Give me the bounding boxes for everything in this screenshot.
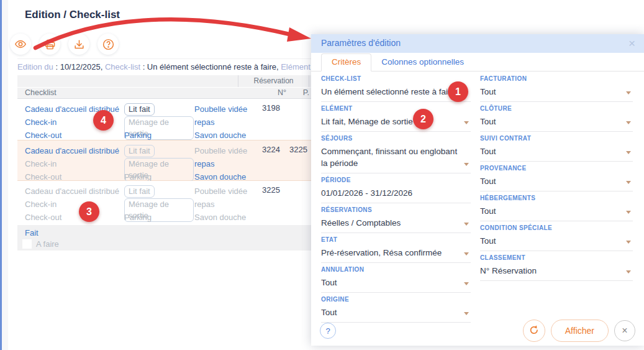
reservation-number: 3224 <box>246 145 280 154</box>
download-button[interactable] <box>68 34 89 55</box>
field-value-p-riode[interactable]: 01/01/2026 - 31/12/2026 <box>321 185 471 203</box>
column-header-p: P. <box>303 88 309 97</box>
checklist-item: repas <box>194 200 215 209</box>
field-label: SÉJOURS <box>321 135 471 142</box>
field-value-annulation[interactable]: Tout <box>321 275 471 293</box>
checklist-item: Lit fait <box>124 103 155 116</box>
checklist-item: Check-out <box>25 131 61 140</box>
reservation-number: 3225 <box>246 185 280 195</box>
reservation-number: 3198 <box>246 103 280 113</box>
chevron-down-icon <box>626 211 631 214</box>
chevron-down-icon <box>626 270 631 274</box>
checklist-item: Parking <box>124 131 152 140</box>
field-label: CHECK-LIST <box>321 75 471 83</box>
field-value-cl-ture[interactable]: Tout <box>480 114 633 132</box>
field-etat: ETATPré-réservation, Résa confirmée <box>321 236 471 263</box>
checklist-item: Lit fait <box>124 145 155 157</box>
field-value-h-bergements[interactable]: Tout <box>480 203 633 221</box>
field-value-etat[interactable]: Pré-réservation, Résa confirmée <box>321 245 471 263</box>
field-value-classement[interactable]: N° Réservation <box>480 263 633 281</box>
download-icon <box>73 39 85 50</box>
legend-todo-swatch <box>22 239 32 249</box>
field-value-r-servations[interactable]: Réelles / Comptables <box>321 215 471 233</box>
field-value-provenance[interactable]: Tout <box>480 173 633 191</box>
criteria-fields-right: FACTURATIONToutCLÔTUREToutSUIVI CONTRATT… <box>480 75 633 284</box>
checklist-item: Poubelle vidée <box>194 146 247 155</box>
tab-crit-res[interactable]: Critères <box>321 53 371 71</box>
help-icon <box>102 38 115 51</box>
chevron-down-icon <box>626 91 631 94</box>
field-value-text: Tout <box>480 147 496 156</box>
tab-colonnes-optionnelles[interactable]: Colonnes optionnelles <box>371 54 474 71</box>
field-label: PROVENANCE <box>480 165 633 172</box>
checklist-item: repas <box>194 159 215 168</box>
field-label: ELÉMENT <box>321 105 471 113</box>
field-label: CLÔTURE <box>480 105 633 113</box>
field-label: ANNULATION <box>321 266 471 274</box>
print-button[interactable] <box>39 34 60 55</box>
panel-header: Paramètres d'édition × <box>311 34 644 53</box>
reset-button[interactable] <box>523 320 545 342</box>
info-value-edition-du: : 10/12/2025, <box>55 62 105 71</box>
panel-header-close-icon[interactable]: × <box>628 35 635 52</box>
afficher-button[interactable]: Afficher <box>551 320 609 342</box>
field-value-text: Tout <box>321 278 337 287</box>
reset-icon <box>528 325 540 338</box>
field-value-condition-sp-ciale[interactable]: Tout <box>480 233 633 251</box>
info-label-edition-du: Edition du <box>17 62 55 71</box>
table-row[interactable]: Cadeau d'accueil distribuéCheck-inCheck-… <box>17 140 312 181</box>
checklist-item: Poubelle vidée <box>194 187 247 196</box>
checklist-item: repas <box>194 117 215 127</box>
legend-fait-label: Fait <box>25 228 39 237</box>
group-header-reservation: Réservation <box>238 75 309 87</box>
checklist-item: Check-out <box>25 172 61 182</box>
field-value-text: Commençant, finissant ou englobant la pé… <box>321 147 457 168</box>
checklist-item: Cadeau d'accueil distribué <box>25 187 119 196</box>
field-value-suivi-contrat[interactable]: Tout <box>480 144 633 162</box>
checklist-item: Parking <box>124 172 152 182</box>
field-label: FACTURATION <box>480 75 633 83</box>
column-header-checklist: Checklist <box>25 88 57 97</box>
panel-footer-close-button[interactable]: × <box>614 320 635 341</box>
table-row[interactable]: Cadeau d'accueil distribuéCheck-inCheck-… <box>17 181 312 222</box>
preview-button[interactable] <box>10 34 31 55</box>
field-label: CLASSEMENT <box>480 254 633 262</box>
panel-title: Paramètres d'édition <box>321 38 401 48</box>
eye-icon <box>14 38 27 50</box>
field-label: PÉRIODE <box>321 177 471 184</box>
field-provenance: PROVENANCETout <box>480 165 633 191</box>
field-facturation: FACTURATIONTout <box>480 75 633 102</box>
field-value-facturation[interactable]: Tout <box>480 84 633 102</box>
info-label-checklist: Check-list <box>105 62 143 71</box>
field-label: SUIVI CONTRAT <box>480 135 633 142</box>
legend-a-faire-label: A faire <box>36 239 59 249</box>
checklist-item: Poubelle vidée <box>194 104 247 114</box>
checklist-cell: Lit faitMénage de sortieParking <box>124 145 194 184</box>
reservation-number-p: 3225 <box>283 145 307 154</box>
table-header-row: Checklist N° P. <box>17 88 312 99</box>
checklist-item: Savon douche <box>194 213 246 222</box>
field-value-text: Un élément sélectionné reste à faire <box>321 87 455 96</box>
toolbar <box>10 34 119 55</box>
field-value-text: Tout <box>480 206 496 216</box>
field-s-jours: SÉJOURSCommençant, finissant ou engloban… <box>321 135 471 173</box>
annotation-circle-2: 2 <box>413 109 433 129</box>
chevron-down-icon <box>626 241 631 244</box>
checklist-item: Check-out <box>25 213 61 222</box>
close-icon: × <box>622 325 627 336</box>
field-value-el-ment[interactable]: Lit fait, Ménage de sortie <box>321 114 471 132</box>
table-row[interactable]: Cadeau d'accueil distribuéCheck-inCheck-… <box>17 99 312 140</box>
checklist-cell: Cadeau d'accueil distribuéCheck-inCheck-… <box>25 185 121 224</box>
field-el-ment: ELÉMENTLit fait, Ménage de sortie <box>321 105 471 132</box>
edit-parameters-panel: Paramètres d'édition × CritèresColonnes … <box>311 34 644 346</box>
field-value-s-jours[interactable]: Commençant, finissant ou englobant la pé… <box>321 144 471 173</box>
field-r-servations: RÉSERVATIONSRéelles / Comptables <box>321 206 471 233</box>
chevron-down-icon <box>464 163 469 166</box>
help-button[interactable] <box>98 34 119 55</box>
checklist-item: Lit fait <box>124 185 155 198</box>
field-cl-ture: CLÔTURETout <box>480 105 633 132</box>
checklist-cell: Lit faitMénage de sortieParking <box>124 185 194 224</box>
edition-info-line: Edition du : 10/12/2025, Check-list : Un… <box>17 58 312 75</box>
field-p-riode: PÉRIODE01/01/2026 - 31/12/2026 <box>321 177 471 203</box>
panel-help-button[interactable]: ? <box>320 323 336 339</box>
